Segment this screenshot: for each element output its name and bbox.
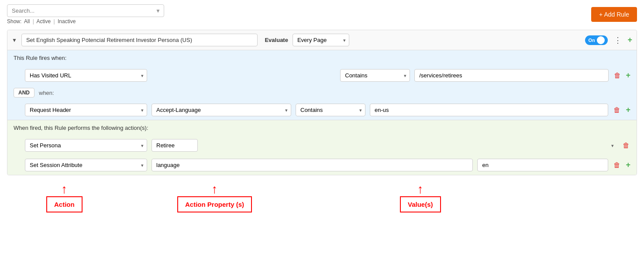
action-attr-value-input[interactable] <box>477 159 608 171</box>
delete-action-2-icon[interactable]: 🗑 <box>613 160 621 170</box>
action-type-select-1[interactable]: Set Persona Set Session Attribute Set Co… <box>25 139 147 152</box>
and-badge[interactable]: AND <box>14 88 34 97</box>
condition-type-wrapper-1: Has Visited URL Request Header Query Par… <box>25 69 147 82</box>
action-annotation-box: Action <box>46 196 83 212</box>
rule-container: ▼ Evaluate Every Page Once Once Per Visi… <box>7 30 637 175</box>
rule-header: ▼ Evaluate Every Page Once Once Per Visi… <box>7 30 637 50</box>
show-filter: Show: All | Active | Inactive <box>7 18 164 24</box>
conditions-header-text: This Rule fires when: <box>14 55 66 61</box>
toggle-switch[interactable]: On <box>585 35 608 45</box>
delete-condition-1-icon[interactable]: 🗑 <box>613 71 622 80</box>
toggle-circle <box>597 36 605 44</box>
conditions-section: This Rule fires when: Has Visited URL Re… <box>7 50 637 120</box>
add-condition-1-icon[interactable]: + <box>626 71 631 80</box>
property-annotation-group: ↑ Action Property (s) <box>177 183 252 212</box>
condition-type-wrapper-2: Request Header Has Visited URL Query Par… <box>25 104 147 116</box>
value-arrow: ↑ <box>417 183 424 195</box>
property-arrow: ↑ <box>212 183 218 195</box>
condition-value-input-2[interactable] <box>370 104 608 116</box>
condition-value-input-1[interactable] <box>414 69 608 82</box>
action-row-2: Set Session Attribute Set Persona Set Co… <box>7 155 637 175</box>
delete-action-1-icon[interactable]: 🗑 <box>622 141 630 150</box>
action-type-wrapper-2: Set Session Attribute Set Persona Set Co… <box>25 159 147 171</box>
evaluate-select-wrapper: Every Page Once Once Per Visit <box>293 34 349 46</box>
and-when-row: AND when: <box>7 85 637 100</box>
delete-condition-2-icon[interactable]: 🗑 <box>613 105 621 115</box>
action-annotation-label: Action <box>54 201 75 208</box>
annotations-area: ↑ Action ↑ Action Property (s) ↑ Value(s… <box>7 179 637 231</box>
filter-icon: ▼ <box>155 8 161 14</box>
condition-type-select-1[interactable]: Has Visited URL Request Header Query Par… <box>25 69 147 82</box>
rule-title-input[interactable] <box>21 34 258 46</box>
rule-add-icon[interactable]: + <box>628 35 633 45</box>
filter-active-link[interactable]: Active <box>37 18 51 24</box>
action-arrow: ↑ <box>61 183 67 195</box>
condition-operator-select-1[interactable]: Contains Equals Starts With <box>340 69 410 82</box>
actions-header-text: When fired, this Rule performs the follo… <box>14 125 148 131</box>
value-annotation-group: ↑ Value(s) <box>400 183 441 212</box>
condition-type-select-2[interactable]: Request Header Has Visited URL Query Par… <box>25 104 147 116</box>
add-rule-button[interactable]: + Add Rule <box>591 7 637 22</box>
condition-row-1: Has Visited URL Request Header Query Par… <box>7 66 637 85</box>
condition-operator-select-2[interactable]: Contains Equals Starts With <box>296 104 365 116</box>
property-annotation-box: Action Property (s) <box>177 196 252 212</box>
add-condition-2-icon[interactable]: + <box>626 105 630 115</box>
action-type-wrapper-1: Set Persona Set Session Attribute Set Co… <box>25 139 147 152</box>
toggle-label: On <box>589 38 595 43</box>
search-input[interactable] <box>7 4 164 17</box>
add-action-icon[interactable]: + <box>626 160 630 170</box>
evaluate-label: Evaluate <box>265 37 288 43</box>
property-annotation-label: Action Property (s) <box>185 201 244 208</box>
top-bar: ▼ Show: All | Active | Inactive + Add Ru… <box>0 0 644 26</box>
evaluate-select[interactable]: Every Page Once Once Per Visit <box>293 34 349 46</box>
action-annotation-group: ↑ Action <box>46 183 83 212</box>
rule-menu-icon[interactable]: ⋮ <box>612 35 623 46</box>
value-annotation-label: Value(s) <box>408 201 433 208</box>
search-wrapper: ▼ <box>7 4 164 17</box>
action-value-wrapper-1: Retiree Investor New Visitor <box>152 139 617 152</box>
filter-inactive-link[interactable]: Inactive <box>58 18 76 24</box>
and-when-text: when: <box>39 90 54 96</box>
action-value-select-1[interactable]: Retiree Investor New Visitor <box>152 139 198 152</box>
separator2: | <box>54 18 55 24</box>
search-section: ▼ Show: All | Active | Inactive <box>7 4 164 24</box>
condition-lang-select[interactable]: Accept-Language User-Agent Referer <box>152 104 291 116</box>
conditions-header: This Rule fires when: <box>7 50 637 66</box>
condition-operator-wrapper-2: Contains Equals Starts With <box>296 104 365 116</box>
condition-lang-wrapper: Accept-Language User-Agent Referer <box>152 104 291 116</box>
value-annotation-box: Value(s) <box>400 196 441 212</box>
condition-row-2: Request Header Has Visited URL Query Par… <box>7 100 637 120</box>
separator1: | <box>33 18 34 24</box>
filter-all-link[interactable]: All <box>24 18 30 24</box>
show-label: Show: <box>7 18 21 24</box>
collapse-icon[interactable]: ▼ <box>12 37 17 43</box>
action-type-select-2[interactable]: Set Session Attribute Set Persona Set Co… <box>25 159 147 171</box>
action-attr-name-input[interactable] <box>152 159 473 171</box>
actions-header: When fired, this Rule performs the follo… <box>7 120 637 136</box>
action-row-1: Set Persona Set Session Attribute Set Co… <box>7 136 637 155</box>
actions-section: When fired, this Rule performs the follo… <box>7 120 637 175</box>
condition-operator-wrapper-1: Contains Equals Starts With <box>340 69 410 82</box>
